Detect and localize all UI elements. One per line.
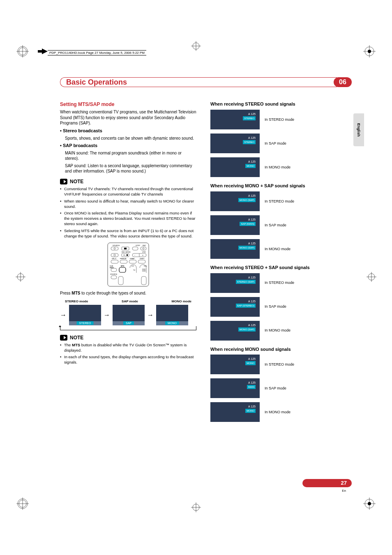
mode-tag: MONO — [165, 321, 179, 325]
channel-label: A 125 — [248, 276, 256, 279]
chapter-bar: Basic Operations 06 — [60, 77, 352, 87]
display-mode-label: In STEREO mode — [265, 362, 294, 367]
note-item: Once MONO is selected, the Plasma Displa… — [60, 211, 196, 226]
svg-text:SOURCE: SOURCE — [113, 244, 120, 246]
note-list: The MTS button is disabled while the TV … — [60, 343, 196, 365]
language-tab-label: English — [357, 123, 361, 137]
crop-mark-icon — [191, 502, 201, 514]
svg-text:SHIFT: SHIFT — [140, 258, 145, 260]
cycle-label: STEREO mode — [65, 299, 88, 304]
note-item: In each of the sound types, the display … — [60, 355, 196, 365]
sound-badge: MONO (SAP) — [238, 246, 256, 250]
rc-section-title: When receiving MONO + SAP sound signals — [210, 183, 347, 189]
subheading-stereo: Stereo broadcasts — [60, 128, 196, 134]
channel-label: A 125 — [248, 136, 256, 140]
sound-badge: MONO — [245, 361, 256, 365]
svg-text:LG: LG — [131, 265, 134, 267]
display-row: A 125MONO (SAP)In MONO mode — [210, 239, 347, 259]
left-column: Setting MTS/SAP mode When watching conve… — [60, 101, 196, 426]
rc-section-title: When receiving STEREO sound signals — [210, 101, 347, 107]
channel-label: A 125 — [248, 381, 256, 385]
svg-text:REC: REC — [143, 244, 146, 246]
pointer-icon — [38, 48, 48, 54]
display-mode-label: In MONO mode — [265, 246, 291, 251]
display-preview: A 125MONO (SAP) — [210, 191, 260, 211]
display-row: A 125MONOIn STEREO mode — [210, 355, 347, 374]
note-header: NOTE — [60, 178, 196, 185]
display-preview: A 125STEREO — [210, 134, 260, 153]
footer-language: En — [342, 489, 346, 493]
svg-text:SWAP: SWAP — [130, 258, 135, 260]
subheading-sap: SAP broadcasts — [60, 143, 196, 149]
note-list: Conventional TV channels: TV channels re… — [60, 187, 196, 239]
text: Press — [60, 291, 71, 295]
arrow-right-icon: → — [104, 311, 110, 320]
note-icon — [60, 335, 67, 341]
svg-text:MTS: MTS — [121, 265, 125, 267]
display-preview: A 125MONO — [210, 402, 260, 422]
crop-mark-icon — [367, 272, 376, 283]
sound-badge: STEREO — [243, 140, 256, 144]
sound-badge: SAP (MAIN) — [240, 222, 256, 226]
chapter-number: 06 — [334, 77, 352, 87]
display-preview: A 125MAIN — [210, 378, 260, 398]
chapter-title-wrap: Basic Operations — [60, 77, 337, 87]
sound-badge: MONO (SAP) — [238, 327, 256, 332]
svg-text:TV: TV — [133, 269, 135, 271]
press-instruction: Press MTS to cycle through the types of … — [60, 290, 196, 296]
display-mode-label: In SAP mode — [265, 304, 286, 309]
crop-mark-icon — [16, 497, 29, 510]
cycle-label: SAP mode — [122, 299, 138, 304]
display-mode-label: In SAP mode — [265, 386, 286, 391]
tv-preview: MONO — [156, 305, 188, 325]
display-row: A 125MAINIn SAP mode — [210, 378, 347, 398]
note-header: NOTE — [60, 334, 196, 341]
cycle-label: MONO mode — [172, 299, 191, 304]
note-label: NOTE — [70, 178, 83, 185]
display-preview: A 125STEREO (SAP) — [210, 273, 260, 293]
document-page: PDP_PRO1140HD.book Page 27 Monday, June … — [0, 0, 392, 555]
right-column: When receiving STEREO sound signalsA 125… — [210, 101, 347, 426]
display-preview: A 125STEREO — [210, 110, 260, 129]
display-row: A 125STEREOIn STEREO mode — [210, 110, 347, 129]
svg-text:+: + — [142, 254, 143, 256]
display-row: A 125SAP (MAIN)In SAP mode — [210, 215, 347, 235]
channel-label: A 125 — [248, 112, 256, 116]
display-row: A 125MONOIn MONO mode — [210, 157, 347, 177]
display-row: A 125SAP (STEREO)In SAP mode — [210, 297, 347, 317]
display-row: A 125STEREO (SAP)In STEREO mode — [210, 273, 347, 293]
channel-label: A 125 — [248, 357, 256, 361]
mode-tag: STEREO — [77, 321, 94, 325]
header-meta: PDP_PRO1140HD.book Page 27 Monday, June … — [48, 50, 146, 55]
sound-badge: SAP (STEREO) — [236, 304, 256, 308]
display-preview: A 125MONO — [210, 157, 260, 177]
crop-mark-icon — [16, 45, 29, 58]
channel-label: A 125 — [248, 160, 256, 164]
svg-text:VOD: VOD — [142, 251, 146, 253]
crop-mark-icon — [363, 497, 376, 510]
mode-tag: SAP — [123, 321, 134, 325]
display-mode-label: In MONO mode — [265, 328, 291, 333]
body-text: MAIN sound: The normal program soundtrac… — [60, 150, 196, 161]
note-item: The MTS button is disabled while the TV … — [60, 343, 196, 353]
cycle-diagram: STEREO mode SAP mode MONO mode → STEREO … — [60, 299, 196, 330]
content: Setting MTS/SAP mode When watching conve… — [60, 101, 347, 426]
display-row: A 125MONOIn MONO mode — [210, 402, 347, 422]
channel-label: A 125 — [248, 323, 256, 327]
tv-preview: STEREO — [69, 305, 101, 325]
return-arrow-icon — [60, 326, 196, 330]
display-mode-label: In SAP mode — [265, 141, 286, 146]
arrow-right-icon: → — [147, 311, 154, 320]
note-item: When stereo sound is difficult to hear, … — [60, 199, 196, 210]
svg-point-44 — [124, 255, 125, 256]
rc-section-title: When receiving STEREO + SAP sound signal… — [210, 265, 347, 271]
display-row: A 125MONO (SAP)In STEREO mode — [210, 191, 347, 211]
mts-label: MTS — [71, 291, 80, 295]
crop-mark-icon — [363, 45, 376, 58]
display-mode-label: In STEREO mode — [265, 199, 294, 204]
svg-text:SPLIT: SPLIT — [112, 258, 117, 260]
display-mode-label: In STEREO mode — [265, 117, 294, 122]
note-item: Conventional TV channels: TV channels re… — [60, 187, 196, 197]
svg-point-7 — [368, 50, 371, 53]
mts-label: MTS — [72, 343, 80, 347]
